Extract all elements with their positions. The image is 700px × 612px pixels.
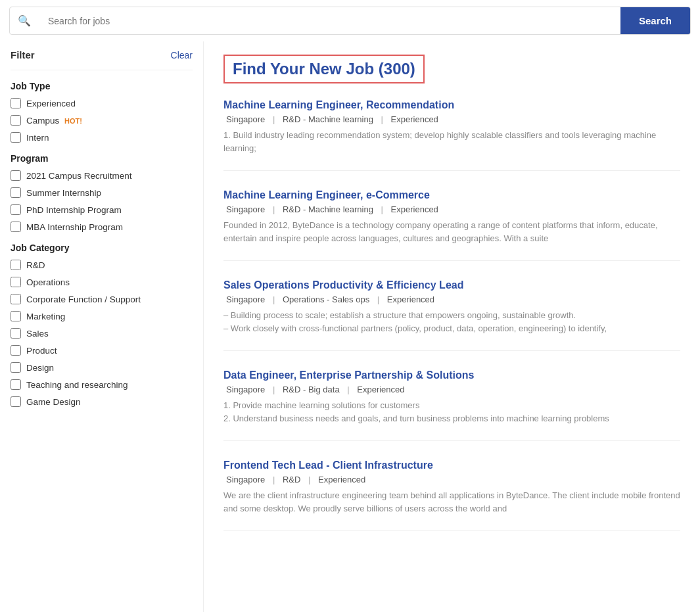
search-input[interactable] — [39, 8, 620, 34]
job-card-1: Machine Learning Engineer, Recommendatio… — [223, 99, 680, 171]
filter-intern: Intern — [11, 132, 193, 143]
filter-corporate-function: Corporate Function / Support — [11, 294, 193, 304]
job-desc-5: We are the client infrastructure enginee… — [223, 489, 680, 515]
filter-design: Design — [11, 362, 193, 373]
job-meta-1: Singapore | R&D - Machine learning | Exp… — [223, 114, 680, 124]
filter-corporate-function-label[interactable]: Corporate Function / Support — [26, 294, 141, 304]
filter-operations-checkbox[interactable] — [11, 277, 21, 287]
filter-design-label[interactable]: Design — [26, 363, 54, 373]
job-desc-3: – Building process to scale; establish a… — [223, 309, 680, 335]
filter-summer-internship: Summer Internship — [11, 187, 193, 198]
filter-teaching-researching-checkbox[interactable] — [11, 379, 21, 390]
job-location-5: Singapore — [226, 475, 265, 484]
job-meta-4: Singapore | R&D - Big data | Experienced — [223, 385, 680, 394]
job-type-section-title: Job Type — [11, 81, 193, 91]
job-title-1[interactable]: Machine Learning Engineer, Recommendatio… — [223, 99, 680, 111]
filter-experienced-checkbox[interactable] — [11, 98, 21, 108]
page-layout: Filter Clear Job Type Experienced Campus… — [0, 41, 700, 612]
page-title: Find Your New Job (300) — [223, 55, 425, 83]
filter-game-design-label[interactable]: Game Design — [26, 397, 81, 407]
search-bar: 🔍 Search — [9, 7, 691, 35]
job-department-1: R&D - Machine learning — [283, 114, 373, 124]
sidebar-header: Filter Clear — [11, 49, 193, 70]
job-location-4: Singapore — [226, 385, 265, 394]
filter-mba-internship-label[interactable]: MBA Internship Program — [26, 222, 123, 232]
filter-product: Product — [11, 345, 193, 356]
filter-sales-checkbox[interactable] — [11, 328, 21, 339]
job-title-3[interactable]: Sales Operations Productivity & Efficien… — [223, 279, 680, 291]
filter-sales-label[interactable]: Sales — [26, 329, 49, 339]
filter-marketing: Marketing — [11, 311, 193, 321]
filter-mba-internship: MBA Internship Program — [11, 222, 193, 232]
job-department-4: R&D - Big data — [283, 385, 340, 394]
job-level-2: Experienced — [391, 204, 438, 214]
filter-campus-2021: 2021 Campus Recruitment — [11, 170, 193, 181]
job-title-5[interactable]: Frontend Tech Lead - Client Infrastructu… — [223, 459, 680, 471]
filter-rd-checkbox[interactable] — [11, 260, 21, 270]
filter-campus-2021-checkbox[interactable] — [11, 170, 21, 181]
filter-label: Filter — [11, 49, 35, 60]
filter-phd-internship-checkbox[interactable] — [11, 204, 21, 215]
filter-mba-internship-checkbox[interactable] — [11, 222, 21, 232]
filter-intern-checkbox[interactable] — [11, 132, 21, 143]
job-card-3: Sales Operations Productivity & Efficien… — [223, 279, 680, 351]
job-level-4: Experienced — [357, 385, 404, 394]
filter-corporate-function-checkbox[interactable] — [11, 294, 21, 304]
search-icon: 🔍 — [10, 14, 39, 27]
sidebar: Filter Clear Job Type Experienced Campus… — [0, 41, 204, 612]
filter-rd-label[interactable]: R&D — [26, 260, 45, 270]
filter-product-label[interactable]: Product — [26, 346, 57, 356]
filter-campus: Campus HOT! — [11, 115, 193, 126]
job-desc-4: 1. Provide machine learning solutions fo… — [223, 399, 680, 425]
filter-design-checkbox[interactable] — [11, 362, 21, 373]
job-level-5: Experienced — [318, 475, 365, 484]
filter-rd: R&D — [11, 260, 193, 270]
job-card-4: Data Engineer, Enterprise Partnership & … — [223, 369, 680, 441]
search-button[interactable]: Search — [620, 7, 690, 34]
job-department-3: Operations - Sales ops — [283, 294, 369, 304]
job-meta-2: Singapore | R&D - Machine learning | Exp… — [223, 204, 680, 214]
filter-teaching-researching-label[interactable]: Teaching and researching — [26, 380, 128, 390]
filter-experienced-label[interactable]: Experienced — [26, 99, 76, 108]
filter-product-checkbox[interactable] — [11, 345, 21, 356]
filter-phd-internship: PhD Internship Program — [11, 204, 193, 215]
job-location-1: Singapore — [226, 114, 265, 124]
filter-campus-checkbox[interactable] — [11, 115, 21, 126]
filter-operations: Operations — [11, 277, 193, 287]
clear-button[interactable]: Clear — [171, 50, 193, 60]
filter-phd-internship-label[interactable]: PhD Internship Program — [26, 205, 122, 215]
main-content: Find Your New Job (300) Machine Learning… — [204, 41, 700, 563]
job-level-1: Experienced — [391, 114, 438, 124]
hot-badge: HOT! — [64, 117, 82, 125]
program-section-title: Program — [11, 153, 193, 164]
filter-game-design-checkbox[interactable] — [11, 396, 21, 407]
job-location-3: Singapore — [226, 294, 265, 304]
filter-game-design: Game Design — [11, 396, 193, 407]
job-department-5: R&D — [283, 475, 300, 484]
job-card-2: Machine Learning Engineer, e-Commerce Si… — [223, 189, 680, 261]
job-meta-3: Singapore | Operations - Sales ops | Exp… — [223, 294, 680, 304]
job-category-section-title: Job Category — [11, 243, 193, 253]
filter-sales: Sales — [11, 328, 193, 339]
job-title-4[interactable]: Data Engineer, Enterprise Partnership & … — [223, 369, 680, 381]
filter-teaching-researching: Teaching and researching — [11, 379, 193, 390]
filter-summer-internship-checkbox[interactable] — [11, 187, 21, 198]
filter-experienced: Experienced — [11, 98, 193, 108]
filter-intern-label[interactable]: Intern — [26, 133, 49, 143]
job-level-3: Experienced — [387, 294, 434, 304]
job-title-2[interactable]: Machine Learning Engineer, e-Commerce — [223, 189, 680, 201]
job-meta-5: Singapore | R&D | Experienced — [223, 475, 680, 484]
filter-summer-internship-label[interactable]: Summer Internship — [26, 188, 101, 198]
filter-campus-2021-label[interactable]: 2021 Campus Recruitment — [26, 171, 132, 181]
job-location-2: Singapore — [226, 204, 265, 214]
filter-operations-label[interactable]: Operations — [26, 277, 70, 287]
job-department-2: R&D - Machine learning — [283, 204, 373, 214]
filter-marketing-checkbox[interactable] — [11, 311, 21, 321]
filter-campus-label[interactable]: Campus HOT! — [26, 116, 82, 126]
job-card-5: Frontend Tech Lead - Client Infrastructu… — [223, 459, 680, 531]
job-desc-1: 1. Build industry leading recommendation… — [223, 129, 680, 154]
job-desc-2: Founded in 2012, ByteDance is a technolo… — [223, 219, 680, 245]
filter-marketing-label[interactable]: Marketing — [26, 312, 65, 321]
